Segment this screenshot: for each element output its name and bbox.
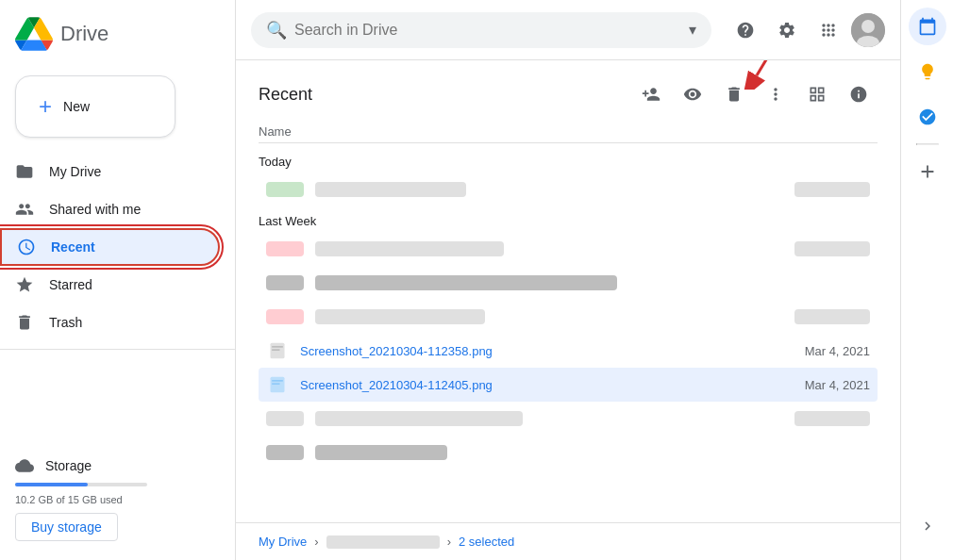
header-actions: [632, 75, 878, 113]
content-area: Recent: [236, 60, 900, 560]
grid-view-button[interactable]: [798, 75, 836, 113]
storage-bar-fill: [15, 483, 88, 486]
blurred-row-today: [259, 173, 878, 206]
calendar-icon: [918, 17, 937, 36]
storage-used-text: 10.2 GB of 15 GB used: [15, 494, 220, 505]
file-name-0: Screenshot_20210304-112358.png: [300, 344, 776, 358]
calendar-button[interactable]: [909, 8, 946, 45]
sidebar-item-trash-label: Trash: [49, 315, 82, 330]
info-icon: [849, 85, 868, 104]
blur-icon-1: [266, 241, 304, 256]
sidebar-item-trash[interactable]: Trash: [0, 304, 220, 341]
sidebar-item-shared[interactable]: Shared with me: [0, 190, 220, 228]
file-list: Name Today Last Week: [236, 121, 900, 522]
settings-button[interactable]: [768, 11, 806, 49]
grid-view-icon: [808, 85, 827, 104]
breadcrumb-root[interactable]: My Drive: [259, 535, 307, 549]
people-icon: [15, 200, 34, 219]
notes-icon: [918, 62, 937, 81]
right-panel-divider: [916, 143, 939, 145]
folder-icon: [15, 162, 34, 181]
storage-bar-background: [15, 483, 147, 486]
plus-icon: +: [39, 93, 52, 120]
svg-rect-6: [272, 349, 279, 351]
file-row-0[interactable]: Screenshot_20210304-112358.png Mar 4, 20…: [259, 334, 878, 368]
image-file-icon-1: [268, 375, 287, 394]
tasks-icon: [918, 107, 937, 126]
blur-filename-after-2: [315, 445, 447, 460]
chevron-right-icon: [919, 518, 936, 535]
blurred-row-after-1: [259, 402, 878, 436]
main-area: 🔍 ▾ Recent: [236, 0, 900, 560]
delete-button[interactable]: [715, 75, 753, 113]
top-icons: [727, 11, 885, 49]
breadcrumb-selected-count: 2 selected: [459, 535, 514, 549]
add-person-icon: [642, 85, 660, 104]
storage-label-row: Storage: [15, 456, 220, 475]
app-title: Drive: [60, 22, 109, 46]
buy-storage-button[interactable]: Buy storage: [15, 513, 118, 541]
blur-icon-2: [266, 275, 304, 290]
svg-rect-5: [272, 346, 283, 348]
blur-date: [794, 182, 870, 197]
blur-icon-after-2: [266, 445, 304, 460]
svg-rect-8: [272, 380, 283, 382]
apps-button[interactable]: [810, 11, 847, 49]
file-row-1[interactable]: Screenshot_20210304-112405.png Mar 4, 20…: [259, 368, 878, 402]
blur-filename-2: [315, 275, 617, 290]
grid-apps-icon: [819, 21, 838, 40]
search-chevron-icon[interactable]: ▾: [689, 21, 696, 39]
blurred-row-lw-2: [259, 266, 878, 300]
file-icon-0: [266, 339, 289, 362]
star-icon: [15, 275, 34, 294]
tasks-button[interactable]: [909, 98, 946, 136]
preview-button[interactable]: [674, 75, 711, 113]
section-last-week: Last Week: [259, 206, 878, 232]
file-date-0: Mar 4, 2021: [776, 344, 870, 358]
right-panel: [900, 0, 953, 560]
help-button[interactable]: [727, 11, 764, 49]
image-file-icon: [268, 341, 287, 360]
new-button-label: New: [63, 99, 90, 114]
cloud-icon: [15, 456, 34, 475]
file-date-1: Mar 4, 2021: [776, 378, 870, 392]
more-options-button[interactable]: [757, 75, 794, 113]
section-today: Today: [259, 147, 878, 173]
blur-date-after-1: [794, 411, 870, 426]
search-icon: 🔍: [266, 20, 287, 41]
sidebar-nav: My Drive Shared with me Recent Starred T…: [0, 153, 235, 341]
help-icon: [736, 21, 755, 40]
blurred-row-after-2: [259, 436, 878, 469]
search-bar[interactable]: 🔍 ▾: [251, 12, 711, 48]
sidebar-item-recent[interactable]: Recent: [0, 228, 220, 266]
user-avatar-image: [851, 13, 885, 47]
add-icon: [917, 161, 938, 182]
blur-date-1: [794, 241, 870, 256]
add-people-button[interactable]: [632, 75, 670, 113]
svg-point-1: [861, 20, 875, 33]
breadcrumb-arrow-2-icon: ›: [447, 535, 451, 549]
column-name-header: Name: [259, 124, 878, 139]
trash-action-icon: [725, 85, 744, 104]
sidebar-item-starred[interactable]: Starred: [0, 266, 220, 304]
more-options-wrapper: [757, 75, 794, 113]
search-input[interactable]: [294, 22, 681, 39]
blurred-row-lw-3: [259, 300, 878, 334]
file-icon-1: [266, 373, 289, 396]
breadcrumb-path-blur: [326, 535, 440, 549]
new-button[interactable]: + New: [15, 75, 176, 138]
sidebar-item-my-drive[interactable]: My Drive: [0, 153, 220, 190]
add-panel-button[interactable]: [909, 153, 946, 190]
logo-area: Drive: [0, 8, 235, 68]
avatar[interactable]: [851, 13, 885, 47]
storage-section: Storage 10.2 GB of 15 GB used Buy storag…: [0, 445, 235, 552]
sidebar-item-shared-label: Shared with me: [49, 202, 141, 217]
page-title: Recent: [259, 85, 625, 105]
info-button[interactable]: [840, 75, 878, 113]
expand-button[interactable]: [909, 507, 946, 545]
keep-notes-button[interactable]: [909, 53, 946, 91]
sidebar-item-recent-label: Recent: [51, 239, 95, 255]
storage-text: Storage: [45, 458, 92, 473]
top-bar: 🔍 ▾: [236, 0, 900, 60]
blur-filename: [315, 182, 466, 197]
